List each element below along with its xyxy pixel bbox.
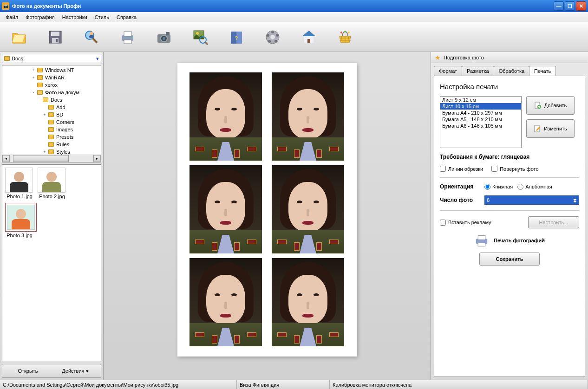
toolbar-camera-icon[interactable] <box>154 27 174 47</box>
svg-point-31 <box>344 31 346 32</box>
tree-item[interactable]: +BD <box>3 111 100 118</box>
photo-count-input[interactable]: 6 ⧗ <box>484 195 579 205</box>
toolbar-effects-icon[interactable] <box>263 27 282 47</box>
dropdown-arrow-icon: ▾ <box>96 56 99 62</box>
scroll-left-button[interactable]: ◂ <box>2 155 10 162</box>
svg-point-26 <box>268 40 271 43</box>
svg-point-14 <box>163 37 165 40</box>
tree-item[interactable]: +WinRAR <box>3 74 100 81</box>
svg-point-22 <box>270 35 275 39</box>
svg-point-24 <box>276 34 279 37</box>
title-bar: 📷 Фото на документы Профи — ☐ ✕ <box>0 0 588 12</box>
edit-button[interactable]: Изменить <box>526 119 575 138</box>
sidebar-actions: Открыть Действия ▾ <box>2 364 101 378</box>
tab-layout[interactable]: Разметка <box>462 66 494 76</box>
tab-format[interactable]: Формат <box>434 66 462 76</box>
svg-point-6 <box>90 32 93 35</box>
folder-icon <box>4 56 10 61</box>
paper-size-list[interactable]: Лист 9 x 12 смЛист 10 x 15 смБумага А4 -… <box>440 96 522 148</box>
paper-option[interactable]: Лист 9 x 12 см <box>440 97 521 103</box>
passport-photo <box>189 258 262 346</box>
tree-item[interactable]: Images <box>3 126 100 133</box>
tab-bar: Формат Разметка Обработка Печать <box>431 63 588 76</box>
close-button[interactable]: ✕ <box>576 1 586 11</box>
svg-rect-10 <box>124 40 131 44</box>
tree-item[interactable]: Presets <box>3 133 100 141</box>
svg-point-32 <box>348 32 350 33</box>
tree-item[interactable]: Rules <box>3 141 100 148</box>
scroll-thumb[interactable] <box>13 155 69 162</box>
thumbnail[interactable]: Photo 3.jpg <box>5 203 34 238</box>
toolbar-print-icon[interactable] <box>118 27 137 47</box>
passport-photo <box>272 72 344 161</box>
paper-option[interactable]: Лист 10 x 15 см <box>440 103 521 110</box>
toolbar-image-search-icon[interactable] <box>190 27 210 47</box>
svg-point-30 <box>340 32 342 33</box>
toolbar-save-icon[interactable] <box>46 27 65 47</box>
tree-scrollbar[interactable]: ◂ ▸ <box>2 155 101 162</box>
tree-item[interactable]: +Windows NT <box>3 66 100 74</box>
minimize-button[interactable]: — <box>554 1 564 11</box>
thumbnail[interactable]: Photo 1.jpg <box>5 168 34 199</box>
menu-style[interactable]: Стиль <box>91 13 113 21</box>
svg-text:?: ? <box>235 35 238 41</box>
maximize-button[interactable]: ☐ <box>565 1 575 11</box>
app-icon: 📷 <box>2 2 9 10</box>
menu-help[interactable]: Справка <box>113 13 140 21</box>
svg-point-23 <box>271 31 274 33</box>
actions-button[interactable]: Действия ▾ <box>52 365 98 376</box>
svg-rect-15 <box>166 32 170 35</box>
menu-settings[interactable]: Настройки <box>59 13 91 21</box>
svg-rect-29 <box>307 39 310 43</box>
tree-item[interactable]: xerox <box>3 81 100 89</box>
toolbar-help-icon[interactable]: ? <box>227 27 246 47</box>
crop-lines-checkbox[interactable]: Линии обрезки <box>440 166 483 172</box>
svg-rect-37 <box>478 236 485 240</box>
toolbar-basket-icon[interactable] <box>335 27 355 47</box>
print-sheet <box>177 63 357 357</box>
svg-rect-1 <box>51 32 59 36</box>
folder-dropdown[interactable]: Docs ▾ <box>2 54 101 63</box>
toolbar-open-icon[interactable] <box>9 27 29 47</box>
toolbar: ? <box>0 22 588 52</box>
passport-photo <box>272 165 344 253</box>
panel-title: Подготовка фото <box>444 55 484 60</box>
tab-content-print: Настройка печати Лист 9 x 12 смЛист 10 x… <box>434 76 585 377</box>
tree-item[interactable]: -Docs <box>3 96 100 104</box>
insert-ad-checkbox[interactable]: Вставить рекламу <box>440 220 491 226</box>
scroll-right-button[interactable]: ▸ <box>93 155 101 162</box>
right-panel: ★ Подготовка фото Формат Разметка Обрабо… <box>431 52 588 380</box>
toolbar-home-icon[interactable] <box>299 27 319 47</box>
toolbar-preview-icon[interactable] <box>82 27 101 47</box>
tab-print[interactable]: Печать <box>529 66 556 76</box>
tree-item[interactable]: -Фото на докум <box>3 89 100 96</box>
orientation-landscape-radio[interactable]: Альбомная <box>517 184 552 190</box>
orientation-portrait-radio[interactable]: Книжная <box>484 184 513 190</box>
svg-point-17 <box>196 32 199 35</box>
orientation-label: Ориентация <box>440 183 480 190</box>
configure-button[interactable]: Настроить... <box>528 216 579 228</box>
menu-file[interactable]: Файл <box>2 13 22 21</box>
menu-photo[interactable]: Фотография <box>22 13 59 21</box>
open-button[interactable]: Открыть <box>5 365 51 376</box>
star-icon: ★ <box>435 54 441 61</box>
svg-point-11 <box>131 36 132 38</box>
thumbnail-panel: Photo 1.jpgPhoto 2.jpgPhoto 3.jpg <box>2 164 101 362</box>
print-photos-link[interactable]: Печать фотографий <box>494 238 545 243</box>
thumbnail[interactable]: Photo 2.jpg <box>38 168 66 199</box>
paper-option[interactable]: Бумага А5 - 148 x 210 мм <box>440 116 521 123</box>
svg-rect-3 <box>56 39 58 42</box>
add-button[interactable]: Добавить <box>526 96 575 115</box>
status-calibration: Калибровка монитора отключена <box>330 380 588 389</box>
passport-photo <box>272 258 344 346</box>
paper-option[interactable]: Бумага А6 - 148 x 105 мм <box>440 123 521 129</box>
folder-tree: +Windows NT+WinRARxerox-Фото на докум-Do… <box>2 65 101 162</box>
spinner-arrows-icon: ⧗ <box>573 197 577 203</box>
tree-item[interactable]: Add <box>3 104 100 111</box>
rotate-photo-checkbox[interactable]: Повернуть фото <box>491 166 538 172</box>
preview-canvas <box>104 52 431 380</box>
tree-item[interactable]: Corners <box>3 118 100 126</box>
save-button[interactable]: Сохранить <box>479 253 540 266</box>
paper-option[interactable]: Бумага А4 - 210 x 297 мм <box>440 110 521 116</box>
tab-processing[interactable]: Обработка <box>494 66 529 76</box>
